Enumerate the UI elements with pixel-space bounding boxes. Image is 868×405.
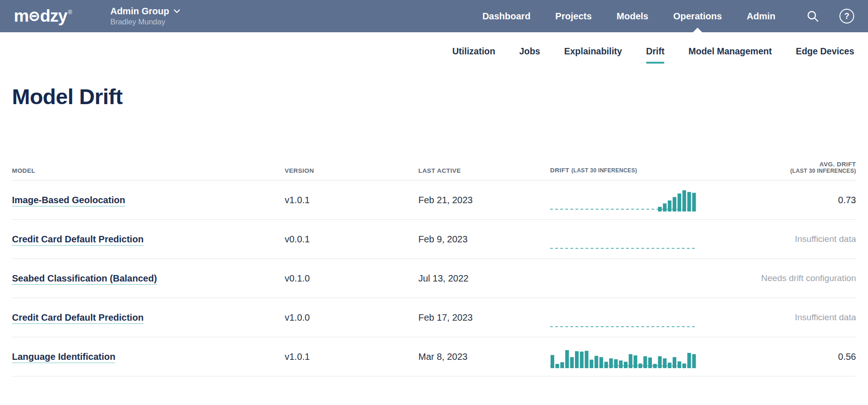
primary-nav: Dashboard Projects Models Operations Adm… <box>470 0 788 32</box>
table-row: Credit Card Default Prediction v1.0.0 Fe… <box>12 298 856 337</box>
version-cell: v1.0.1 <box>285 195 418 205</box>
logo-o-icon <box>29 12 39 21</box>
logo-text: dzy <box>40 6 67 26</box>
drift-sparkline <box>550 227 697 252</box>
last-active-cell: Feb 21, 2023 <box>418 195 550 205</box>
account-user-name: Bradley Munday <box>110 18 180 26</box>
avg-drift-cell: 0.56 <box>702 352 856 362</box>
last-active-cell: Feb 9, 2023 <box>418 234 550 245</box>
search-icon <box>806 10 819 23</box>
modzy-logo[interactable]: mdzy® <box>14 6 71 26</box>
table-row: Image-Based Geolocation v1.0.1 Feb 21, 2… <box>12 181 856 220</box>
tab-edge-devices[interactable]: Edge Devices <box>796 46 854 64</box>
registered-mark: ® <box>68 9 72 16</box>
help-button[interactable]: ? <box>839 9 854 23</box>
model-link[interactable]: Seabed Classification (Balanced) <box>12 273 157 285</box>
avg-drift-cell: Insufficient data <box>702 234 856 244</box>
column-header-version: VERSION <box>285 167 418 174</box>
tab-model-management[interactable]: Model Management <box>688 46 772 64</box>
logo-text: m <box>14 6 29 26</box>
table-row: Credit Card Default Prediction v0.0.1 Fe… <box>12 220 856 259</box>
version-cell: v1.0.1 <box>285 352 418 362</box>
model-drift-table: MODEL VERSION LAST ACTIVE DRIFT (LAST 30… <box>12 161 856 376</box>
nav-item-operations[interactable]: Operations <box>661 0 734 32</box>
chevron-down-icon <box>174 9 180 13</box>
drift-sparkline <box>550 266 697 291</box>
top-navigation-bar: mdzy® Admin Group Bradley Munday Dashboa… <box>0 0 868 32</box>
nav-item-projects[interactable]: Projects <box>543 0 604 32</box>
drift-sparkline <box>550 344 697 369</box>
tab-jobs[interactable]: Jobs <box>519 46 540 64</box>
avg-drift-cell: 0.73 <box>702 195 856 205</box>
search-button[interactable] <box>806 10 819 23</box>
tab-utilization[interactable]: Utilization <box>452 46 495 64</box>
column-header-avg-drift: AVG. DRIFT (LAST 30 INFERENCES) <box>702 161 856 174</box>
operations-subnav: Utilization Jobs Explainability Drift Mo… <box>0 32 868 64</box>
table-row: Language Identification v1.0.1 Mar 8, 20… <box>12 337 856 376</box>
table-row: Seabed Classification (Balanced) v0.1.0 … <box>12 259 856 298</box>
column-header-last-active: LAST ACTIVE <box>418 167 550 174</box>
table-header-row: MODEL VERSION LAST ACTIVE DRIFT (LAST 30… <box>12 161 856 181</box>
drift-sparkline <box>550 188 697 212</box>
account-group-name: Admin Group <box>110 6 169 17</box>
help-icon: ? <box>839 9 854 23</box>
model-link[interactable]: Language Identification <box>12 352 115 363</box>
tab-explainability[interactable]: Explainability <box>564 46 622 64</box>
version-cell: v0.0.1 <box>285 234 418 245</box>
column-header-drift: DRIFT (LAST 30 INFERENCES) <box>550 166 702 174</box>
last-active-cell: Jul 13, 2022 <box>418 273 550 284</box>
avg-drift-cell: Insufficient data <box>702 312 856 323</box>
drift-sparkline <box>550 305 697 330</box>
model-link[interactable]: Image-Based Geolocation <box>12 195 125 206</box>
model-link[interactable]: Credit Card Default Prediction <box>12 312 144 324</box>
nav-item-admin[interactable]: Admin <box>734 0 788 32</box>
nav-item-dashboard[interactable]: Dashboard <box>470 0 543 32</box>
last-active-cell: Mar 8, 2023 <box>418 352 550 362</box>
avg-drift-cell: Needs drift configuration <box>702 273 856 283</box>
version-cell: v1.0.0 <box>285 312 418 323</box>
page-title: Model Drift <box>12 84 868 109</box>
last-active-cell: Feb 17, 2023 <box>418 312 550 323</box>
tab-drift[interactable]: Drift <box>646 46 664 64</box>
nav-item-models[interactable]: Models <box>604 0 661 32</box>
version-cell: v0.1.0 <box>285 273 418 284</box>
column-header-model: MODEL <box>12 167 285 174</box>
account-group-switcher[interactable]: Admin Group Bradley Munday <box>110 6 180 26</box>
model-link[interactable]: Credit Card Default Prediction <box>12 234 144 246</box>
